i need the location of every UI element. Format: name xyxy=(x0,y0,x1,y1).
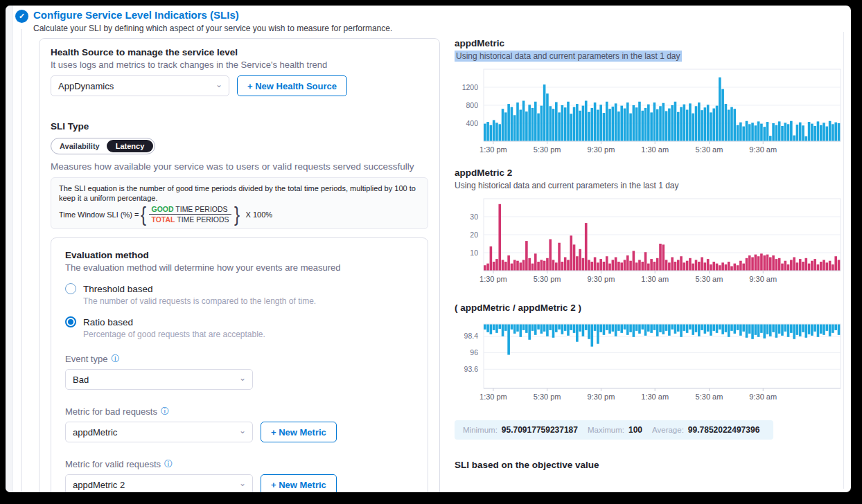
sli-type-toggle: Availability Latency xyxy=(51,138,155,154)
event-type-select[interactable]: Bad ⌄ xyxy=(65,369,253,390)
health-source-selected-value: AppDynamics xyxy=(58,81,114,91)
appdmetric2-chart: 1020301:30 pm5:30 pm9:30 pm1:30 am5:30 a… xyxy=(455,196,841,287)
step-complete-check-icon: ✓ xyxy=(15,10,28,23)
svg-text:96: 96 xyxy=(470,348,478,357)
appdmetric-chart: 40080012001:30 pm5:30 pm9:30 pm1:30 am5:… xyxy=(455,66,841,158)
chart2-subtitle: Using historical data and current parame… xyxy=(455,181,847,190)
maximum-label: Maximum: xyxy=(588,426,624,434)
sli-equation-box: The SLI equation is the number of good t… xyxy=(51,177,428,229)
new-metric-valid-button[interactable]: + New Metric xyxy=(261,474,337,492)
ratio-based-radio-row[interactable]: Ratio based xyxy=(65,316,414,327)
sli-type-availability-pill[interactable]: Availability xyxy=(53,140,107,152)
chart-preview-panel: appdMetric Using historical data and cur… xyxy=(455,38,847,470)
metric-valid-select[interactable]: appdMetric 2 ⌄ xyxy=(65,474,253,492)
svg-text:1:30 am: 1:30 am xyxy=(641,275,669,283)
equation-suffix: X 100% xyxy=(246,210,273,219)
chart3-title: ( appdMetric / appdMetric 2 ) xyxy=(455,303,847,313)
svg-text:9:30 pm: 9:30 pm xyxy=(588,393,615,401)
chart1-subtitle: Using historical data and current parame… xyxy=(455,51,847,61)
average-value: 99.7852022497396 xyxy=(688,425,759,435)
svg-text:1:30 am: 1:30 am xyxy=(641,393,669,401)
svg-text:9:30 pm: 9:30 pm xyxy=(588,145,615,154)
svg-text:5:30 am: 5:30 am xyxy=(696,145,723,154)
panel-divider xyxy=(843,32,844,489)
svg-text:93.6: 93.6 xyxy=(464,365,479,373)
page-title: Configure Service Level Indicatiors (SLI… xyxy=(33,9,239,21)
svg-text:5:30 am: 5:30 am xyxy=(696,275,723,283)
svg-text:98.4: 98.4 xyxy=(464,332,479,340)
info-icon[interactable]: ⓘ xyxy=(111,353,119,365)
metric-bad-select[interactable]: appdMetric ⌄ xyxy=(65,422,253,442)
ratio-stats-bar: Minimum: 95.70917759237187 Maximum: 100 … xyxy=(455,420,773,440)
evaluation-method-description: The evaluation method will determine how… xyxy=(65,262,414,273)
collapsed-sidebar-strip xyxy=(6,6,13,492)
close-brace: } xyxy=(234,205,240,224)
svg-text:5:30 pm: 5:30 pm xyxy=(534,275,561,283)
equation-fraction: GOOD TIME PERIODS TOTAL TIME PERIODS xyxy=(149,205,231,224)
event-type-label: Event type ⓘ xyxy=(65,353,414,365)
check-icon: ✓ xyxy=(19,12,25,21)
threshold-radio-help: The number of valid requests is compared… xyxy=(83,296,414,306)
threshold-based-option: Threshold based The number of valid requ… xyxy=(65,283,414,306)
svg-text:5:30 pm: 5:30 pm xyxy=(534,393,561,401)
minimum-label: Minimum: xyxy=(463,426,498,434)
svg-text:1:30 pm: 1:30 pm xyxy=(480,393,507,401)
svg-text:1:30 pm: 1:30 pm xyxy=(480,275,507,283)
svg-text:9:30 am: 9:30 am xyxy=(749,275,777,283)
good-term: GOOD xyxy=(151,205,173,213)
metric-bad-selected-value: appdMetric xyxy=(73,427,117,438)
new-health-source-button[interactable]: + New Health Source xyxy=(237,75,347,96)
threshold-radio-label: Threshold based xyxy=(83,284,153,294)
svg-text:9:30 am: 9:30 am xyxy=(749,393,777,401)
svg-text:1:30 pm: 1:30 pm xyxy=(480,145,507,154)
svg-text:10: 10 xyxy=(470,249,478,257)
minimum-value: 95.70917759237187 xyxy=(502,425,578,435)
evaluation-method-card: Evaluation method The evaluation method … xyxy=(51,237,428,492)
svg-text:9:30 pm: 9:30 pm xyxy=(588,275,615,283)
svg-text:9:30 am: 9:30 am xyxy=(749,145,777,154)
svg-text:1200: 1200 xyxy=(462,83,479,91)
sli-type-heading: SLI Type xyxy=(51,121,428,132)
sli-objective-heading: SLI based on the objective value xyxy=(455,460,847,470)
svg-text:400: 400 xyxy=(466,119,478,127)
sli-configuration-window: ✓ Configure Service Level Indicatiors (S… xyxy=(6,6,851,492)
health-source-description: It uses logs and metrics to track change… xyxy=(51,60,428,70)
chart1-title: appdMetric xyxy=(455,38,847,48)
page-subtitle: Calculate your SLI by defining which asp… xyxy=(33,24,392,33)
svg-text:5:30 pm: 5:30 pm xyxy=(534,145,561,154)
metric-valid-label: Metric for valid requests ⓘ xyxy=(65,458,414,470)
sli-form-panel: Health Source to manage the service leve… xyxy=(39,38,440,492)
svg-text:5:30 am: 5:30 am xyxy=(696,393,723,401)
info-icon[interactable]: ⓘ xyxy=(164,458,173,470)
maximum-value: 100 xyxy=(628,425,642,435)
ratio-radio-button[interactable] xyxy=(65,316,76,327)
ratio-radio-help: Percentage of good requests that are acc… xyxy=(83,330,414,339)
threshold-radio-button[interactable] xyxy=(65,283,76,294)
numerator-text: TIME PERIODS xyxy=(175,205,227,213)
svg-text:1:30 am: 1:30 am xyxy=(641,145,669,154)
health-source-select[interactable]: AppDynamics ⌄ xyxy=(51,75,229,96)
threshold-based-radio-row[interactable]: Threshold based xyxy=(65,283,414,294)
metric-bad-label: Metric for bad requests ⓘ xyxy=(65,406,414,417)
total-term: TOTAL xyxy=(151,215,175,224)
equation-prefix: Time Window SLI (%) = xyxy=(59,210,139,219)
wizard-step-connector-line xyxy=(21,29,22,492)
sli-equation-formula: Time Window SLI (%) = { GOOD TIME PERIOD… xyxy=(59,205,420,224)
open-brace: { xyxy=(141,205,146,224)
chevron-down-icon: ⌄ xyxy=(239,479,246,487)
chart2-title: appdMetric 2 xyxy=(455,168,847,178)
chevron-down-icon: ⌄ xyxy=(216,80,222,89)
new-metric-bad-button[interactable]: + New Metric xyxy=(261,422,337,442)
svg-text:30: 30 xyxy=(470,213,478,221)
event-type-selected-value: Bad xyxy=(73,375,89,385)
info-icon[interactable]: ⓘ xyxy=(161,406,169,417)
average-label: Average: xyxy=(652,426,684,434)
sli-type-description: Measures how available your service was … xyxy=(51,161,428,172)
ratio-chart: 93.69698.41:30 pm5:30 pm9:30 pm1:30 am5:… xyxy=(455,321,841,406)
denominator-text: TIME PERIODS xyxy=(177,215,229,224)
health-source-heading: Health Source to manage the service leve… xyxy=(51,47,428,57)
sli-type-latency-pill[interactable]: Latency xyxy=(107,140,154,152)
svg-text:800: 800 xyxy=(466,101,478,109)
evaluation-method-heading: Evaluation method xyxy=(65,250,414,260)
sli-equation-text: The SLI equation is the number of good t… xyxy=(59,183,419,203)
